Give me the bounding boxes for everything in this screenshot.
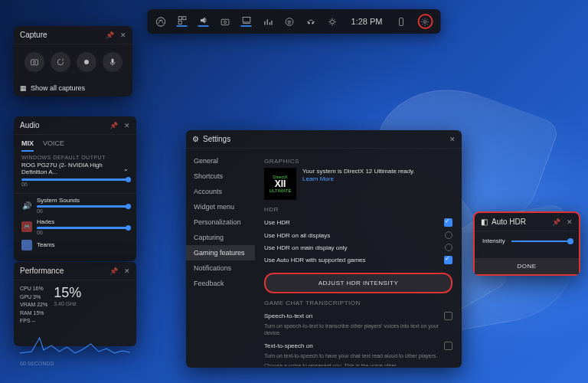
hdr-header: HDR bbox=[264, 206, 452, 213]
pin-icon[interactable]: 📌 bbox=[109, 122, 118, 129]
record-button[interactable] bbox=[77, 52, 96, 72]
default-output-label: WINDOWS DEFAULT OUTPUT bbox=[21, 155, 129, 160]
capture-title: Capture bbox=[20, 31, 47, 39]
opt-hdr-all: Use HDR on all displays bbox=[264, 232, 330, 239]
speaker-icon[interactable]: 🔊 bbox=[21, 200, 32, 211]
stt-checkbox[interactable] bbox=[444, 312, 452, 320]
svg-point-15 bbox=[84, 60, 89, 64]
resources-icon[interactable] bbox=[263, 16, 273, 27]
tts-checkbox[interactable] bbox=[444, 342, 452, 350]
device-volume-slider[interactable] bbox=[21, 178, 129, 181]
perf-title: Performance bbox=[20, 267, 64, 275]
use-hdr-checkbox[interactable] bbox=[444, 218, 452, 227]
tts-desc2: Choose a voice to represent you. This is… bbox=[264, 362, 452, 366]
svg-point-9 bbox=[312, 21, 313, 23]
settings-title: Settings bbox=[203, 135, 230, 143]
nav-shortcuts[interactable]: Shortcuts bbox=[186, 169, 255, 184]
learn-more-link[interactable]: Learn More bbox=[302, 175, 334, 182]
close-icon[interactable]: ✕ bbox=[124, 267, 130, 275]
mic-button[interactable] bbox=[103, 52, 122, 72]
widget-icon[interactable] bbox=[177, 16, 188, 27]
close-icon[interactable]: ✕ bbox=[120, 31, 126, 39]
svg-point-12 bbox=[424, 20, 426, 22]
svg-rect-3 bbox=[178, 21, 181, 24]
app-icon[interactable]: 🎮 bbox=[21, 221, 32, 232]
opt-use-hdr: Use HDR bbox=[264, 219, 290, 226]
nav-personalization[interactable]: Personalization bbox=[186, 214, 255, 230]
vol-slider[interactable] bbox=[37, 205, 129, 208]
graphics-header: GRAPHICS bbox=[264, 158, 452, 165]
tts-label: Text-to-speech on bbox=[264, 342, 313, 349]
device-volume-value: 06 bbox=[21, 182, 129, 187]
perf-percent: 15% bbox=[54, 285, 81, 301]
opt-hdr-main: Use HDR on main display only bbox=[264, 244, 348, 251]
perf-xlabel: 60 SECONDS bbox=[14, 361, 136, 369]
svg-rect-1 bbox=[178, 16, 181, 19]
svg-rect-2 bbox=[182, 16, 185, 19]
svg-point-10 bbox=[330, 20, 334, 24]
capture-icon[interactable] bbox=[220, 16, 230, 27]
performance-icon[interactable] bbox=[241, 16, 252, 27]
xbox-social-icon[interactable] bbox=[305, 16, 316, 27]
gallery-icon: ▦ bbox=[20, 84, 27, 92]
close-icon[interactable]: ✕ bbox=[124, 122, 130, 129]
show-all-captures[interactable]: ▦Show all captures bbox=[14, 80, 132, 97]
nav-feedback[interactable]: Feedback bbox=[186, 276, 255, 291]
xbox-game-bar-topbar: 1:28 PM bbox=[148, 9, 441, 34]
svg-point-7 bbox=[286, 18, 293, 25]
xbox-icon[interactable] bbox=[155, 16, 166, 27]
perf-stats: CPU 16%GPU 3%VRAM 22%RAM 15%FPS -- bbox=[20, 285, 47, 326]
hdr-main-radio[interactable] bbox=[445, 244, 452, 251]
dx-status: Your system is DirectX 12 Ultimate ready… bbox=[302, 168, 415, 175]
performance-widget: Performance📌✕ CPU 16%GPU 3%VRAM 22%RAM 1… bbox=[14, 262, 136, 346]
auto-hdr-checkbox[interactable] bbox=[444, 256, 452, 264]
screenshot-button[interactable] bbox=[24, 52, 44, 72]
brightness-icon[interactable] bbox=[327, 16, 338, 27]
settings-nav: General Shortcuts Accounts Widget menu P… bbox=[186, 149, 255, 366]
settings-icon-circled[interactable] bbox=[417, 14, 433, 29]
nav-general[interactable]: General bbox=[186, 153, 255, 169]
audio-icon[interactable] bbox=[198, 16, 209, 27]
nav-notifications[interactable]: Notifications bbox=[186, 260, 255, 276]
nav-capturing[interactable]: Capturing bbox=[186, 230, 255, 245]
vol-row-name: Hades bbox=[37, 218, 129, 225]
hdr-all-radio[interactable] bbox=[445, 231, 452, 239]
perf-ghz: 3.40 GHz bbox=[54, 301, 81, 306]
audio-device[interactable]: ROG PG27U (2- NVIDIA High Definition A..… bbox=[21, 162, 123, 175]
pin-icon[interactable]: 📌 bbox=[552, 218, 560, 226]
audio-widget: Audio📌✕ MIX VOICE WINDOWS DEFAULT OUTPUT… bbox=[14, 116, 136, 261]
nav-widget-menu[interactable]: Widget menu bbox=[186, 199, 255, 214]
svg-rect-11 bbox=[400, 18, 403, 25]
nav-gaming-features[interactable]: Gaming features bbox=[186, 245, 255, 260]
spotify-icon[interactable] bbox=[284, 16, 295, 27]
clock: 1:28 PM bbox=[351, 17, 383, 26]
vol-row-name: Teams bbox=[37, 241, 129, 248]
close-icon[interactable]: ✕ bbox=[567, 218, 573, 226]
tab-voice[interactable]: VOICE bbox=[43, 139, 64, 152]
adjust-hdr-intensity-button[interactable]: ADJUST HDR INTENSITY bbox=[264, 273, 452, 293]
vol-slider[interactable] bbox=[37, 227, 129, 229]
intensity-slider[interactable] bbox=[511, 241, 571, 242]
mobile-icon[interactable] bbox=[396, 16, 407, 27]
svg-point-14 bbox=[33, 61, 35, 64]
svg-point-0 bbox=[156, 17, 165, 25]
svg-point-5 bbox=[224, 21, 226, 23]
record-last-button[interactable] bbox=[51, 52, 70, 72]
capture-widget: Capture📌✕ ▦Show all captures bbox=[14, 26, 132, 97]
nav-accounts[interactable]: Accounts bbox=[186, 184, 255, 199]
svg-rect-6 bbox=[243, 17, 250, 22]
svg-point-8 bbox=[308, 21, 309, 23]
pin-icon[interactable]: 📌 bbox=[106, 31, 114, 39]
stt-label: Speech-to-text on bbox=[264, 313, 312, 319]
tts-desc: Turn on text-to-speech to have your chat… bbox=[264, 352, 452, 359]
intensity-label: Intensity bbox=[482, 237, 505, 244]
svg-rect-4 bbox=[221, 19, 229, 25]
svg-rect-16 bbox=[111, 59, 113, 64]
chevron-down-icon[interactable]: ⌄ bbox=[123, 165, 129, 172]
perf-chart bbox=[20, 330, 130, 358]
close-icon[interactable]: ✕ bbox=[449, 136, 456, 143]
pin-icon[interactable]: 📌 bbox=[109, 267, 118, 275]
app-icon[interactable] bbox=[21, 240, 32, 250]
tab-mix[interactable]: MIX bbox=[21, 139, 34, 152]
done-button[interactable]: DONE bbox=[475, 258, 579, 274]
